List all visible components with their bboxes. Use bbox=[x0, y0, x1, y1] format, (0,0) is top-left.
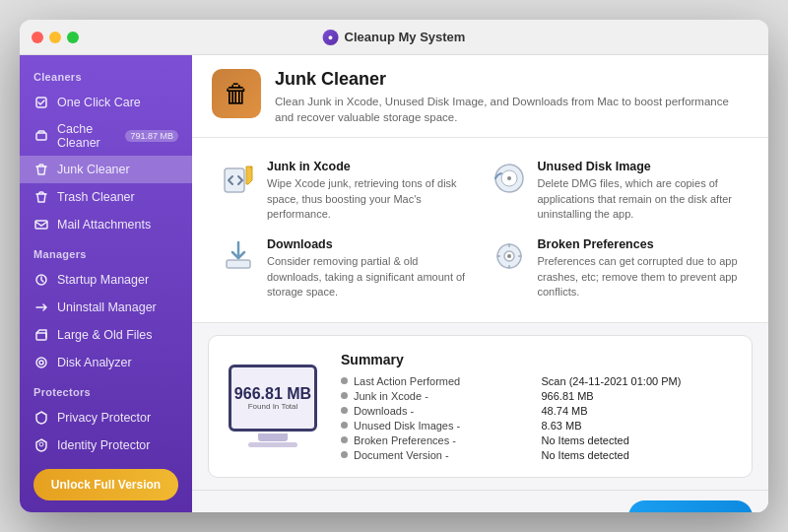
summary-row-doc-version: Document Version - bbox=[341, 449, 532, 461]
summary-value-doc-version: No Items detected bbox=[542, 449, 733, 461]
mail-attachments-icon bbox=[33, 217, 49, 233]
summary-value-disk-images: 8.63 MB bbox=[542, 420, 733, 432]
cache-cleaner-badge: 791.87 MB bbox=[125, 130, 178, 142]
sidebar-item-trash-cleaner[interactable]: Trash Cleaner bbox=[20, 183, 192, 211]
sidebar-item-junk-cleaner[interactable]: Junk Cleaner bbox=[20, 156, 192, 183]
feature-card-junk-xcode: Junk in Xcode Wipe Xcode junk, retrievin… bbox=[210, 152, 481, 230]
svg-point-7 bbox=[39, 442, 43, 446]
summary-row-last-action: Last Action Performed bbox=[341, 375, 532, 387]
summary-value-downloads: 48.74 MB bbox=[542, 405, 733, 417]
summary-dot-5 bbox=[341, 451, 348, 458]
sidebar-item-privacy-protector[interactable]: Privacy Protector bbox=[20, 404, 192, 432]
unused-disk-icon bbox=[491, 160, 528, 197]
feature-card-broken-prefs: Broken Preferences Preferences can get c… bbox=[481, 230, 752, 307]
sidebar-item-uninstall-manager[interactable]: Uninstall Manager bbox=[20, 294, 192, 321]
feature-card-junk-xcode-text: Junk in Xcode Wipe Xcode junk, retrievin… bbox=[267, 160, 471, 222]
summary-value-last-action: Scan (24-11-2021 01:00 PM) bbox=[542, 375, 733, 387]
feature-card-broken-prefs-text: Broken Preferences Preferences can get c… bbox=[538, 237, 742, 299]
sidebar-item-identity-protector[interactable]: Identity Protector bbox=[20, 432, 192, 459]
trash-cleaner-icon bbox=[33, 189, 49, 205]
svg-rect-4 bbox=[36, 333, 46, 340]
sidebar-footer: Unlock Full Version bbox=[20, 469, 192, 500]
traffic-lights bbox=[32, 32, 79, 43]
svg-point-6 bbox=[39, 361, 43, 365]
monitor-label: Found In Total bbox=[248, 402, 298, 411]
summary-dot-0 bbox=[341, 377, 348, 384]
feature-card-downloads: Downloads Consider removing partial & ol… bbox=[210, 230, 481, 307]
app-title: Cleanup My System bbox=[345, 30, 466, 44]
monitor-size-value: 966.81 MB bbox=[234, 385, 311, 403]
summary-val-5: No Items detected bbox=[542, 449, 629, 461]
maximize-button[interactable] bbox=[67, 32, 79, 43]
feature-card-downloads-text: Downloads Consider removing partial & ol… bbox=[267, 237, 471, 299]
managers-section-title: Managers bbox=[20, 248, 192, 266]
junk-xcode-icon bbox=[220, 160, 257, 197]
disk-analyzer-icon bbox=[33, 355, 49, 370]
sidebar-item-one-click-care[interactable]: One Click Care bbox=[20, 89, 192, 116]
feature-card-unused-disk: Unused Disk Image Delete DMG files, whic… bbox=[481, 152, 752, 230]
sidebar-item-disk-analyzer[interactable]: Disk Analyzer bbox=[20, 349, 192, 376]
unused-disk-title: Unused Disk Image bbox=[538, 160, 742, 173]
broken-prefs-desc: Preferences can get corrupted due to app… bbox=[538, 254, 742, 299]
uninstall-manager-label: Uninstall Manager bbox=[57, 300, 178, 314]
sidebar-item-large-old-files[interactable]: Large & Old Files bbox=[20, 321, 192, 349]
sidebar-item-cache-cleaner[interactable]: Cache Cleaner 791.87 MB bbox=[20, 116, 192, 156]
privacy-protector-label: Privacy Protector bbox=[57, 411, 178, 425]
svg-rect-12 bbox=[227, 260, 250, 268]
summary-label-0: Last Action Performed bbox=[354, 375, 460, 387]
sidebar-item-startup-manager[interactable]: Startup Manager bbox=[20, 266, 192, 294]
content-description: Clean Junk in Xcode, Unused Disk Image, … bbox=[275, 94, 748, 125]
summary-label-1: Junk in Xcode - bbox=[354, 390, 428, 402]
summary-dot-3 bbox=[341, 422, 348, 429]
privacy-protector-icon bbox=[33, 410, 49, 426]
broken-prefs-icon bbox=[491, 237, 528, 275]
summary-section: 966.81 MB Found In Total Summary Last Ac… bbox=[208, 335, 753, 478]
trash-cleaner-label: Trash Cleaner bbox=[57, 190, 178, 204]
svg-point-11 bbox=[507, 176, 511, 180]
cache-cleaner-label: Cache Cleaner bbox=[57, 122, 117, 150]
unused-disk-desc: Delete DMG files, which are copies of ap… bbox=[538, 176, 742, 222]
summary-row-xcode: Junk in Xcode - bbox=[341, 390, 532, 402]
summary-val-2: 48.74 MB bbox=[542, 405, 588, 417]
large-old-files-icon bbox=[33, 327, 49, 343]
app-icon: ● bbox=[323, 30, 339, 45]
summary-val-0: Scan (24-11-2021 01:00 PM) bbox=[542, 375, 682, 387]
titlebar: ● Cleanup My System bbox=[20, 20, 768, 55]
cache-cleaner-icon bbox=[33, 128, 49, 144]
protectors-section-title: Protectors bbox=[20, 386, 192, 404]
bottom-bar: Scan Now bbox=[192, 490, 768, 512]
summary-title: Summary bbox=[341, 352, 732, 367]
summary-visual: 966.81 MB Found In Total bbox=[229, 365, 317, 447]
summary-row-downloads: Downloads - bbox=[341, 405, 532, 417]
junk-cleaner-header-icon: 🗑 bbox=[212, 69, 261, 118]
content-header-text: Junk Cleaner Clean Junk in Xcode, Unused… bbox=[275, 69, 748, 125]
large-old-files-label: Large & Old Files bbox=[57, 328, 178, 342]
startup-manager-icon bbox=[33, 272, 49, 288]
downloads-icon bbox=[220, 237, 257, 275]
one-click-care-icon bbox=[33, 95, 49, 110]
app-window: ● Cleanup My System Cleaners One Click C… bbox=[20, 20, 768, 512]
minimize-button[interactable] bbox=[49, 32, 61, 43]
summary-rows: Last Action Performed Scan (24-11-2021 0… bbox=[341, 375, 732, 461]
identity-protector-icon bbox=[33, 437, 49, 453]
junk-cleaner-icon bbox=[33, 162, 49, 177]
feature-grid: Junk in Xcode Wipe Xcode junk, retrievin… bbox=[192, 138, 768, 322]
summary-dot-1 bbox=[341, 392, 348, 399]
summary-data: Summary Last Action Performed Scan (24-1… bbox=[341, 352, 732, 461]
summary-val-1: 966.81 MB bbox=[542, 390, 594, 402]
close-button[interactable] bbox=[32, 32, 43, 43]
summary-val-4: No Items detected bbox=[542, 434, 629, 446]
summary-dot-4 bbox=[341, 436, 348, 443]
svg-point-15 bbox=[507, 254, 511, 258]
identity-protector-label: Identity Protector bbox=[57, 438, 178, 452]
startup-manager-label: Startup Manager bbox=[57, 273, 178, 287]
unlock-full-version-button[interactable]: Unlock Full Version bbox=[33, 469, 178, 500]
downloads-desc: Consider removing partial & old download… bbox=[267, 254, 471, 299]
junk-cleaner-label: Junk Cleaner bbox=[57, 163, 178, 176]
one-click-care-label: One Click Care bbox=[57, 96, 178, 109]
summary-row-broken-prefs: Broken Preferences - bbox=[341, 434, 532, 446]
content-area: 🗑 Junk Cleaner Clean Junk in Xcode, Unus… bbox=[192, 55, 768, 512]
summary-value-xcode: 966.81 MB bbox=[542, 390, 733, 402]
sidebar-item-mail-attachments[interactable]: Mail Attachments bbox=[20, 211, 192, 238]
scan-now-button[interactable]: Scan Now bbox=[628, 500, 753, 512]
